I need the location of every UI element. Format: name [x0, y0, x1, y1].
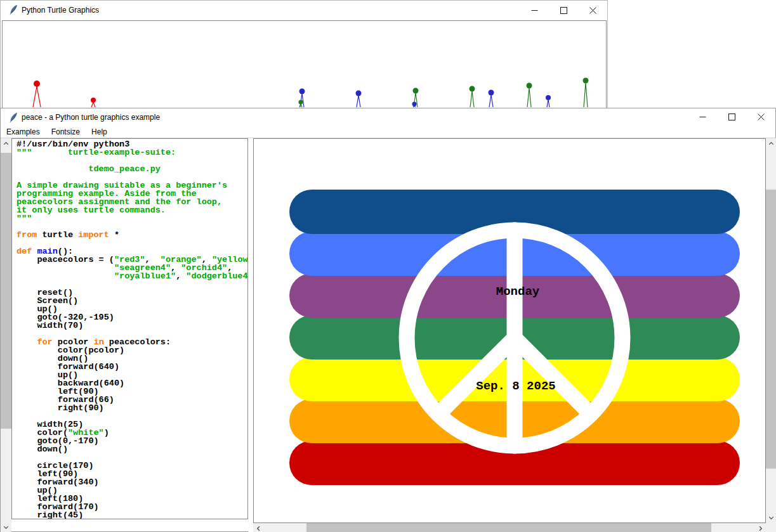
peace-drawing-canvas: MondaySep. 8 2025 — [253, 138, 766, 523]
canvas-scroll-up-button[interactable] — [766, 138, 776, 149]
minimize-icon — [699, 114, 706, 120]
peace-titlebar[interactable]: peace - a Python turtle graphics example — [1, 108, 775, 126]
minimize-icon — [531, 7, 538, 14]
svg-text:Sep. 8 2025: Sep. 8 2025 — [476, 379, 555, 393]
turtle-graphics-titlebar[interactable]: Python Turtle Graphics — [1, 1, 607, 20]
pane-sash[interactable] — [248, 138, 253, 532]
chevron-down-icon — [2, 523, 10, 531]
tk-feather-icon — [9, 4, 18, 15]
desktop: Python Turtle Graphics p — [0, 0, 776, 532]
scrollbar-corner — [766, 523, 776, 532]
canvas-hscroll-thumb[interactable] — [306, 523, 711, 532]
chevron-right-icon — [756, 524, 765, 532]
maximize-icon — [728, 114, 735, 120]
window-title: Python Turtle Graphics — [22, 6, 99, 15]
code-scroll-down-button[interactable] — [1, 522, 11, 532]
peace-window: peace - a Python turtle graphics example… — [0, 108, 776, 532]
menu-examples[interactable]: Examples — [1, 126, 46, 138]
code-vscroll-thumb[interactable] — [1, 153, 11, 429]
canvas-vscrollbar[interactable] — [766, 138, 776, 523]
close-button[interactable] — [578, 1, 607, 20]
turtle-graphics-window: Python Turtle Graphics — [0, 0, 608, 112]
canvas-scroll-down-button[interactable] — [766, 512, 776, 523]
code-viewer[interactable]: #!/usr/bin/env python3""" turtle-example… — [11, 138, 248, 519]
tk-feather-icon — [9, 112, 18, 123]
maximize-icon — [560, 7, 567, 14]
code-vscrollbar[interactable] — [1, 138, 11, 532]
canvas-scroll-left-button[interactable] — [253, 523, 264, 532]
window-title: peace - a Python turtle graphics example — [22, 113, 160, 122]
menubar: Examples Fontsize Help — [1, 126, 775, 138]
peace-drawing: MondaySep. 8 2025 — [254, 139, 765, 522]
menu-help[interactable]: Help — [86, 126, 113, 138]
menu-fontsize[interactable]: Fontsize — [46, 126, 86, 138]
close-icon — [758, 114, 765, 120]
code-scroll-up-button[interactable] — [1, 138, 11, 149]
canvas-scroll-right-button[interactable] — [755, 523, 766, 532]
maximize-button[interactable] — [549, 1, 578, 20]
minimize-button[interactable] — [520, 1, 549, 20]
chevron-down-icon — [767, 514, 775, 522]
close-button[interactable] — [746, 108, 775, 126]
chevron-up-icon — [767, 139, 775, 148]
chevron-left-icon — [254, 524, 263, 532]
chevron-up-icon — [2, 139, 10, 148]
client-area: #!/usr/bin/env python3""" turtle-example… — [1, 138, 775, 531]
svg-text:Monday: Monday — [496, 285, 540, 299]
canvas-hscrollbar[interactable] — [253, 523, 766, 532]
maximize-button[interactable] — [717, 108, 746, 126]
turtle-canvas-drawing — [3, 21, 606, 111]
minimize-button[interactable] — [688, 108, 717, 126]
code-text: #!/usr/bin/env python3""" turtle-example… — [16, 140, 248, 519]
canvas-vscroll-thumb[interactable] — [766, 190, 776, 469]
close-icon — [589, 7, 596, 14]
turtle-graphics-canvas — [2, 20, 607, 112]
